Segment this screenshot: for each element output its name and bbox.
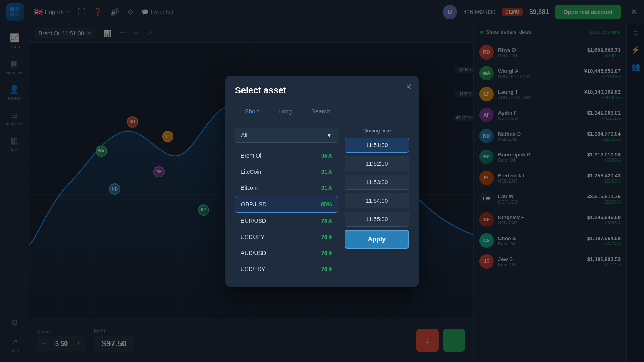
asset-name: EUR/USD (241, 218, 266, 224)
asset-row-brent-oil[interactable]: Brent Oil 95% (235, 148, 338, 164)
asset-name: USD/TRY (241, 266, 265, 272)
time-btn-1151[interactable]: 11:51:00 (345, 138, 409, 153)
asset-row-audusd[interactable]: AUD/USD 70% (235, 245, 338, 261)
asset-name: GBP/USD (241, 201, 266, 208)
modal-tabs: Short Long Search (235, 104, 409, 119)
closing-time-panel: Closing time 11:51:00 11:52:00 11:53:00 … (345, 128, 409, 277)
asset-row-usdtry[interactable]: USD/TRY 70% (235, 261, 338, 277)
asset-pct: 85% (321, 201, 332, 208)
modal-overlay: Select asset ✕ Short Long Search All ▼ B… (0, 0, 644, 362)
asset-row-usdjpy[interactable]: USD/JPY 70% (235, 229, 338, 245)
asset-pct: 70% (321, 266, 332, 272)
asset-name: AUD/USD (241, 250, 266, 256)
select-asset-modal: Select asset ✕ Short Long Search All ▼ B… (225, 76, 419, 287)
closing-time-label: Closing time (345, 128, 409, 134)
modal-body: All ▼ Brent Oil 95% LiteCoin 91% Bitcoin… (235, 128, 409, 277)
asset-pct: 70% (321, 250, 332, 256)
asset-pct: 91% (321, 169, 332, 175)
filter-dropdown[interactable]: All ▼ (235, 128, 338, 143)
asset-name: Bitcoin (241, 185, 258, 191)
modal-close-button[interactable]: ✕ (405, 82, 412, 92)
asset-row-litecoin[interactable]: LiteCoin 91% (235, 164, 338, 180)
asset-row-bitcoin[interactable]: Bitcoin 91% (235, 180, 338, 196)
asset-list: All ▼ Brent Oil 95% LiteCoin 91% Bitcoin… (235, 128, 338, 277)
asset-pct: 78% (321, 218, 332, 224)
asset-name: Brent Oil (241, 152, 262, 159)
filter-label: All (241, 132, 248, 138)
time-btn-1155[interactable]: 11:55:00 (345, 212, 409, 227)
filter-chevron-icon: ▼ (326, 132, 332, 138)
asset-name: LiteCoin (241, 169, 261, 175)
tab-short[interactable]: Short (235, 104, 269, 119)
asset-name: USD/JPY (241, 234, 264, 240)
apply-button[interactable]: Apply (345, 230, 409, 249)
time-btn-1154[interactable]: 11:54:00 (345, 193, 409, 208)
asset-pct: 70% (321, 234, 332, 240)
tab-long[interactable]: Long (269, 104, 301, 119)
tab-search[interactable]: Search (301, 104, 340, 119)
time-btn-1153[interactable]: 11:53:00 (345, 175, 409, 190)
modal-title: Select asset (235, 85, 409, 96)
asset-pct: 91% (321, 185, 332, 191)
asset-pct: 95% (321, 152, 332, 159)
time-btn-1152[interactable]: 11:52:00 (345, 156, 409, 171)
asset-row-eurusd[interactable]: EUR/USD 78% (235, 213, 338, 229)
asset-row-gbpusd[interactable]: GBP/USD 85% (235, 196, 338, 213)
